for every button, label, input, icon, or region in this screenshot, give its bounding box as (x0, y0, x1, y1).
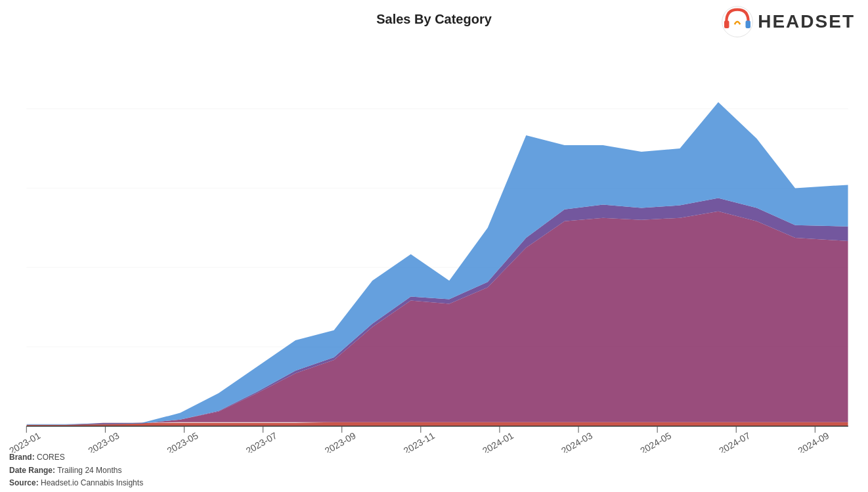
source-label: Source: (9, 478, 39, 487)
source-info: Source: Headset.io Cannabis Insights (9, 477, 143, 489)
brand-info: Brand: CORES (9, 451, 143, 464)
svg-rect-2 (746, 20, 751, 28)
daterange-label: Date Range: (9, 466, 55, 475)
daterange-value: Trailing 24 Months (57, 466, 121, 475)
logo-area: HEADSET (721, 5, 855, 38)
bottom-info: Brand: CORES Date Range: Trailing 24 Mon… (9, 451, 143, 489)
headset-logo-icon (721, 5, 754, 38)
brand-value: CORES (37, 453, 65, 462)
svg-rect-1 (724, 20, 729, 28)
brand-label: Brand: (9, 453, 35, 462)
source-value: Headset.io Cannabis Insights (41, 478, 143, 487)
chart-title: Sales By Category (376, 12, 492, 27)
main-container: HEADSET Sales By Category Edible Flower … (0, 0, 868, 492)
daterange-info: Date Range: Trailing 24 Months (9, 464, 143, 477)
logo-text: HEADSET (758, 11, 855, 32)
chart-area: 2023-01 2023-03 2023-05 2023-07 2023-09 … (7, 43, 861, 453)
chart-svg: 2023-01 2023-03 2023-05 2023-07 2023-09 … (7, 43, 861, 453)
